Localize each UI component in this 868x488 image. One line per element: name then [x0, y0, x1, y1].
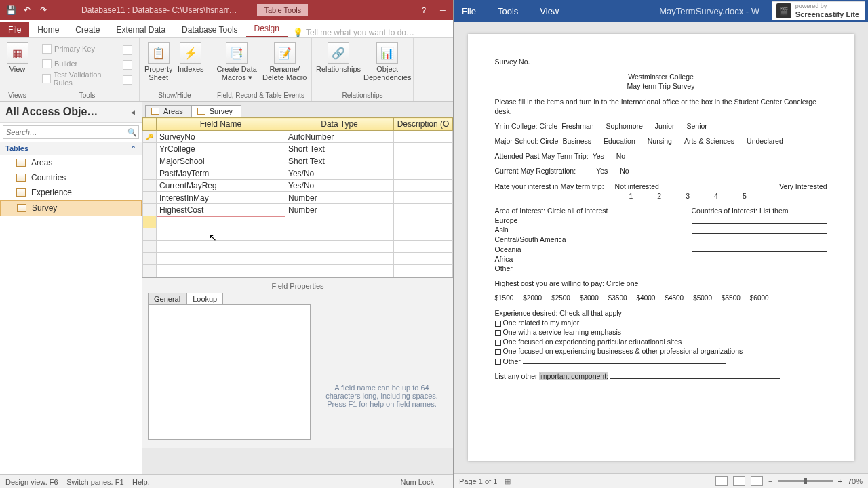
- read-mode-button[interactable]: [715, 476, 728, 486]
- checkbox-icon: [495, 349, 501, 355]
- field-row-empty[interactable]: [143, 253, 453, 265]
- nav-section-tables[interactable]: Tables⌃: [0, 142, 142, 155]
- field-row-empty[interactable]: [143, 241, 453, 253]
- rename-delete-macro-button[interactable]: 📝Rename/ Delete Macro: [262, 39, 308, 81]
- property-sheet-button[interactable]: 📋Property Sheet: [144, 39, 174, 81]
- dependencies-icon: 📊: [376, 42, 398, 64]
- field-row[interactable]: CurrentMayRegYes/No: [143, 180, 453, 192]
- checkbox-icon: [495, 321, 501, 327]
- zoom-out-button[interactable]: −: [768, 477, 772, 485]
- object-dependencies-button[interactable]: 📊Object Dependencies: [363, 39, 411, 81]
- tab-create[interactable]: Create: [67, 22, 108, 37]
- tab-home[interactable]: Home: [29, 22, 67, 37]
- major-options: BusinessEducationNursingArts & SciencesU…: [562, 136, 783, 146]
- tab-external-data[interactable]: External Data: [108, 22, 174, 37]
- section-icon[interactable]: ▦: [504, 476, 511, 485]
- save-icon[interactable]: 💾: [5, 5, 16, 16]
- page-indicator[interactable]: Page 1 of 1: [459, 477, 497, 485]
- tab-design[interactable]: Design: [246, 20, 288, 37]
- lookup-icon: [123, 75, 132, 85]
- web-layout-button[interactable]: [751, 476, 763, 486]
- screencastify-watermark: 🎬 powered byScreencastify Lite: [772, 1, 865, 20]
- word-window: File Tools View MayTermSurvey.docx - W S…: [454, 0, 868, 488]
- relationships-icon: 🔗: [328, 42, 349, 64]
- print-layout-button[interactable]: [733, 476, 745, 486]
- search-input[interactable]: [3, 126, 125, 138]
- minimize-icon[interactable]: ─: [435, 6, 450, 14]
- modify-lookups-button[interactable]: [120, 73, 135, 87]
- field-grid[interactable]: Field Name Data Type Description (O 🔑Sur…: [142, 117, 453, 277]
- tell-me[interactable]: 💡Tell me what you want to do…: [293, 28, 414, 37]
- fp-tab-lookup[interactable]: Lookup: [186, 293, 223, 304]
- tab-database-tools[interactable]: Database Tools: [174, 22, 246, 37]
- field-row[interactable]: 🔑SurveyNoAutoNumber: [143, 131, 453, 143]
- col-data-type[interactable]: Data Type: [285, 118, 394, 131]
- search-icon[interactable]: 🔍: [125, 126, 138, 138]
- field-row[interactable]: HighestCostNumber: [143, 204, 453, 216]
- undo-icon[interactable]: ↶: [22, 5, 33, 16]
- word-menu-file[interactable]: File: [462, 6, 476, 16]
- field-row[interactable]: PastMayTermYes/No: [143, 167, 453, 180]
- word-status-bar: Page 1 of 1 ▦ − + 70%: [454, 473, 868, 488]
- field-row-empty[interactable]: [143, 265, 453, 277]
- nav-item-areas[interactable]: Areas: [0, 155, 142, 170]
- nav-item-survey[interactable]: Survey: [0, 200, 142, 216]
- insert-rows-button[interactable]: [120, 43, 135, 57]
- macros-icon: 📑: [226, 42, 248, 64]
- col-field-name[interactable]: Field Name: [157, 118, 285, 131]
- ribbon-tabs: File Home Create External Data Database …: [0, 20, 453, 38]
- nav-header[interactable]: All Access Obje…: [5, 106, 98, 118]
- table-icon: [16, 159, 26, 167]
- builder-button[interactable]: Builder: [39, 57, 117, 70]
- checkbox-icon: [495, 330, 501, 336]
- word-menu-view[interactable]: View: [540, 6, 559, 16]
- chevron-up-icon: ⌃: [131, 145, 136, 152]
- nav-item-experience[interactable]: Experience: [0, 185, 142, 200]
- view-button[interactable]: ▦View: [4, 39, 31, 73]
- field-row[interactable]: YrCollegeShort Text: [143, 143, 453, 155]
- rename-macro-icon: 📝: [274, 42, 296, 64]
- word-filename: MayTermSurvey.docx - W: [659, 6, 760, 16]
- primary-key-button[interactable]: Primary Key: [39, 42, 117, 56]
- table-icon: [17, 204, 26, 212]
- field-row[interactable]: MajorSchoolShort Text: [143, 155, 453, 167]
- word-menu-tools[interactable]: Tools: [498, 6, 518, 16]
- object-tab-survey[interactable]: Survey: [191, 105, 241, 117]
- help-icon[interactable]: ?: [416, 6, 431, 14]
- field-row[interactable]: InterestInMayNumber: [143, 192, 453, 204]
- doc-intro: Please fill in the items and turn in to …: [495, 97, 827, 116]
- fp-tab-general[interactable]: General: [148, 293, 186, 304]
- window-title: Database11 : Database- C:\Users\hsnarr…: [81, 5, 237, 15]
- word-document-area[interactable]: Survey No. Westminster College May term …: [454, 22, 868, 473]
- contextual-tab-label: Table Tools: [257, 4, 308, 16]
- object-tab-areas[interactable]: Areas: [145, 105, 192, 117]
- view-icon: ▦: [7, 42, 28, 64]
- indexes-button[interactable]: ⚡Indexes: [176, 39, 206, 73]
- doc-heading2: May term Trip Survey: [495, 81, 827, 91]
- zoom-level[interactable]: 70%: [848, 477, 863, 485]
- access-status-bar: Design view. F6 = Switch panes. F1 = Hel…: [0, 474, 453, 488]
- redo-icon[interactable]: ↷: [38, 5, 49, 16]
- field-row-empty[interactable]: [143, 228, 453, 241]
- col-description[interactable]: Description (O: [394, 118, 453, 131]
- indexes-icon: ⚡: [180, 42, 201, 64]
- tab-file[interactable]: File: [0, 22, 29, 37]
- zoom-slider[interactable]: [778, 480, 833, 482]
- cost-options: $1500$2000$2500$3000$3500$4000$4500$5000…: [495, 293, 827, 303]
- nav-search: 🔍: [3, 125, 139, 139]
- create-data-macros-button[interactable]: 📑Create Data Macros ▾: [214, 39, 260, 81]
- insert-rows-icon: [123, 45, 132, 55]
- relationships-button[interactable]: 🔗Relationships: [316, 39, 361, 73]
- test-validation-button[interactable]: Test Validation Rules: [39, 72, 117, 85]
- nav-collapse-icon[interactable]: ◄: [130, 108, 136, 116]
- ribbon: ▦View Views Primary Key Builder Test Val…: [0, 38, 453, 102]
- page: Survey No. Westminster College May term …: [468, 34, 854, 461]
- zoom-in-button[interactable]: +: [838, 477, 842, 485]
- nav-item-countries[interactable]: Countries: [0, 170, 142, 185]
- field-row-new[interactable]: [143, 216, 453, 228]
- status-numlock: Num Lock: [400, 478, 434, 486]
- doc-heading1: Westminster College: [495, 72, 827, 81]
- primary-key-icon: 🔑: [143, 131, 157, 143]
- field-properties-grid[interactable]: [148, 304, 311, 440]
- delete-rows-button[interactable]: [120, 58, 135, 72]
